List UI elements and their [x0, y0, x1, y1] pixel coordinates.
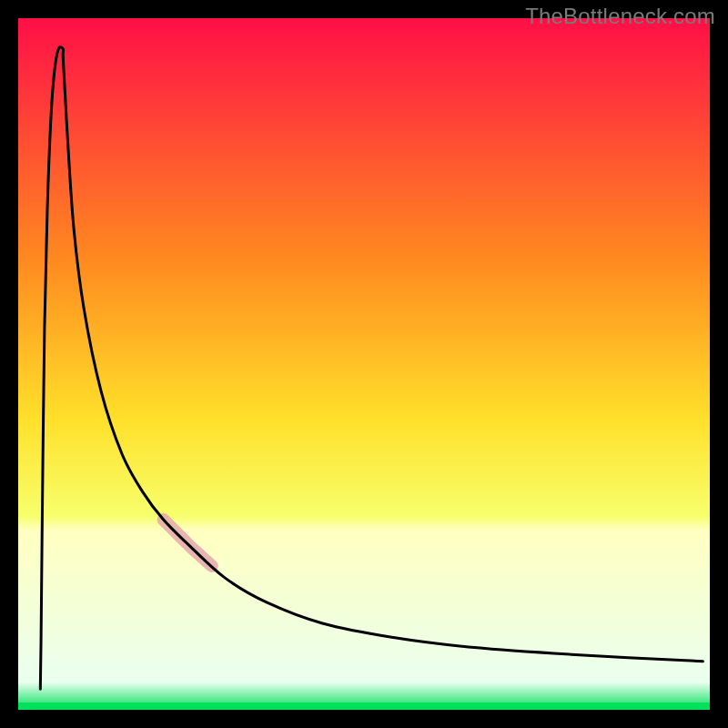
bottleneck-chart: TheBottleneck.com — [0, 0, 728, 728]
watermark-label: TheBottleneck.com — [525, 4, 715, 29]
green-baseline-band — [18, 703, 710, 710]
gradient-background — [18, 18, 710, 710]
chart-canvas — [0, 0, 728, 728]
